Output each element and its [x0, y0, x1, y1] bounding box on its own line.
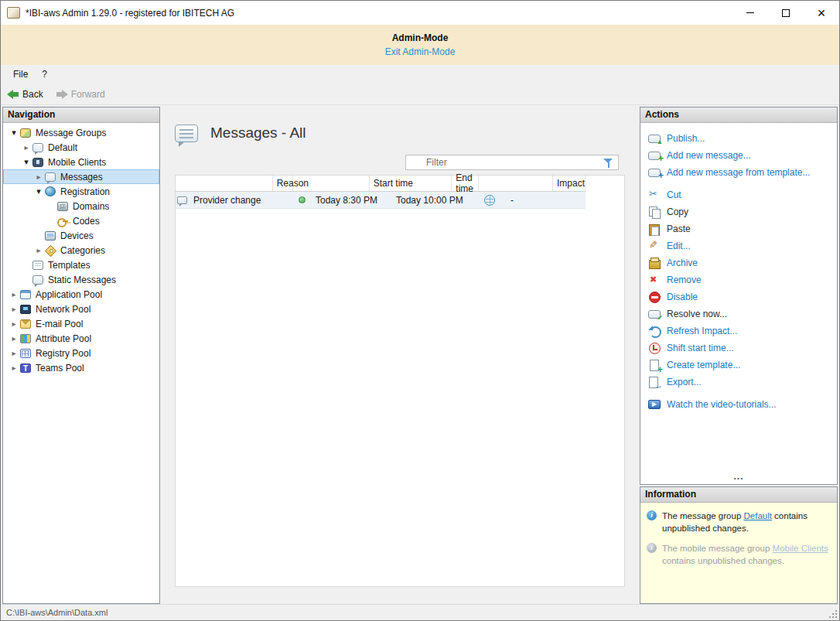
devices-icon	[45, 231, 56, 241]
column-header[interactable]	[479, 176, 553, 191]
action-item[interactable]: Shift start time...	[640, 340, 837, 357]
info-icon	[647, 543, 657, 553]
tree-item[interactable]: ▸ Registry Pool	[3, 346, 159, 360]
tree-item-label: Registry Pool	[36, 348, 90, 359]
tree-item[interactable]: Static Messages	[3, 272, 159, 287]
minimize-button[interactable]	[732, 1, 768, 25]
tree-item[interactable]: Codes	[3, 213, 159, 228]
action-item[interactable]: Disable	[640, 288, 837, 305]
app-icon	[7, 7, 20, 19]
column-header[interactable]: Impact	[553, 176, 586, 191]
menu-help[interactable]: ?	[35, 67, 54, 81]
action-item[interactable]: Copy	[640, 203, 837, 220]
chevron-down-icon[interactable]: ▾	[32, 184, 45, 199]
action-label: Remove	[667, 275, 702, 285]
filter-box	[405, 155, 619, 170]
action-item[interactable]: Publish...	[640, 130, 837, 147]
column-header[interactable]: Start time	[370, 176, 452, 191]
tree-item[interactable]: ▸ Messages	[3, 169, 159, 184]
action-label: Cut	[667, 189, 681, 200]
action-item[interactable]: Refresh Impact...	[640, 322, 837, 340]
page-title: Messages - All	[210, 125, 306, 142]
cell-end-time: Today 10:00 PM	[392, 192, 479, 208]
tree-item-label: Templates	[48, 260, 90, 271]
table-row[interactable]: Provider change Today 8:30 PM Today 10:0…	[176, 192, 586, 209]
tree-item-label: Devices	[60, 230, 94, 241]
chevron-right-icon[interactable]: ▸	[8, 316, 20, 331]
chevron-right-icon[interactable]: ▸	[8, 302, 20, 316]
chevron-right-icon[interactable]: ▸	[32, 169, 45, 184]
action-item[interactable]: Edit...	[640, 237, 837, 254]
tree-item[interactable]: Templates	[3, 258, 159, 272]
exit-admin-mode-link[interactable]: Exit Admin-Mode	[385, 46, 456, 57]
message-groups-icon	[20, 128, 31, 138]
tree-item[interactable]: ▸ Application Pool	[3, 287, 159, 302]
action-item[interactable]: Create template...	[640, 357, 837, 374]
column-header[interactable]: Reason	[273, 176, 293, 191]
cell-impact: -	[507, 192, 585, 208]
column-header[interactable]	[293, 176, 370, 191]
close-button[interactable]	[804, 1, 839, 25]
chevron-down-icon[interactable]: ▾	[8, 125, 20, 140]
attribute-pool-icon	[20, 334, 31, 343]
chevron-right-icon[interactable]: ▸	[20, 140, 32, 155]
info-link[interactable]: Mobile Clients	[773, 544, 828, 553]
table-body: Provider change Today 8:30 PM Today 10:0…	[176, 192, 586, 209]
menu-file[interactable]: File	[6, 67, 35, 81]
chevron-down-icon[interactable]: ▾	[20, 155, 32, 169]
action-item[interactable]: Paste	[640, 220, 837, 237]
column-header[interactable]: End time	[452, 176, 478, 191]
info-link[interactable]: Default	[743, 511, 771, 520]
chevron-right-icon[interactable]: ▸	[8, 346, 20, 360]
tree-item-label: Registration	[60, 186, 110, 197]
tree-item[interactable]: ▾ Mobile Clients	[3, 155, 159, 169]
chevron-right-icon[interactable]: ▸	[8, 360, 20, 375]
action-item[interactable]: Add new message from template...	[640, 164, 837, 181]
window-controls	[732, 1, 839, 25]
tree-item-label: E-mail Pool	[36, 319, 83, 329]
column-header[interactable]	[176, 176, 273, 191]
filter-input[interactable]	[406, 155, 618, 169]
action-item[interactable]: Add new message...	[640, 147, 837, 164]
tree-item-label: Categories	[60, 245, 105, 256]
tree-item[interactable]: ▾ Registration	[3, 184, 159, 199]
tree-item[interactable]: ▸ Attribute Pool	[3, 331, 159, 346]
tree-item[interactable]: ▸ Teams Pool	[3, 360, 159, 375]
tree-item[interactable]: ▸ Default	[3, 140, 159, 155]
actions-overflow-indicator[interactable]: ...	[640, 472, 837, 484]
tree-item[interactable]: ▸ Network Pool	[3, 302, 159, 316]
action-label: Watch the video-tutorials...	[667, 399, 777, 410]
maximize-button[interactable]	[768, 1, 804, 25]
info-item: The message group Default contains unpub…	[647, 510, 831, 534]
titlebar: *IBI-aws Admin 1.29.0 - registered for I…	[1, 1, 839, 25]
main-panel: Messages - All Reason	[162, 107, 637, 604]
action-item[interactable]: Watch the video-tutorials...	[640, 396, 837, 413]
tree-item[interactable]: ▸ Categories	[3, 243, 159, 258]
static-messages-icon	[32, 275, 43, 285]
actions-list: Publish... Add new message... Add new me…	[640, 123, 837, 472]
column-header-label: End time	[456, 172, 477, 194]
action-item[interactable]: Archive	[640, 254, 837, 271]
action-item[interactable]: Resolve now...	[640, 305, 837, 322]
action-label: Add new message from template...	[667, 167, 810, 178]
chevron-right-icon[interactable]: ▸	[32, 243, 45, 258]
action-item[interactable]: Remove	[640, 271, 837, 288]
chevron-right-icon[interactable]: ▸	[8, 331, 20, 346]
resize-grip[interactable]	[828, 609, 837, 618]
forward-arrow-icon	[56, 90, 68, 99]
tree-item[interactable]: ▸ E-mail Pool	[3, 316, 159, 331]
tree-item[interactable]: Domains	[3, 199, 159, 213]
tree-item[interactable]: ▾ Message Groups	[3, 125, 159, 140]
network-pool-icon	[20, 305, 31, 314]
templates-icon	[32, 261, 43, 270]
forward-button[interactable]: Forward	[56, 89, 105, 100]
filter-funnel-icon[interactable]	[603, 159, 613, 168]
navigation-toolbar: Back Forward	[1, 84, 839, 105]
action-item[interactable]: Export...	[640, 374, 837, 391]
chevron-right-icon[interactable]: ▸	[8, 287, 20, 302]
action-label: Create template...	[667, 360, 740, 370]
tree-item[interactable]: Devices	[3, 228, 159, 243]
action-item[interactable]: Cut	[640, 186, 837, 203]
back-button[interactable]: Back	[7, 89, 43, 100]
action-label: Add new message...	[667, 150, 751, 161]
